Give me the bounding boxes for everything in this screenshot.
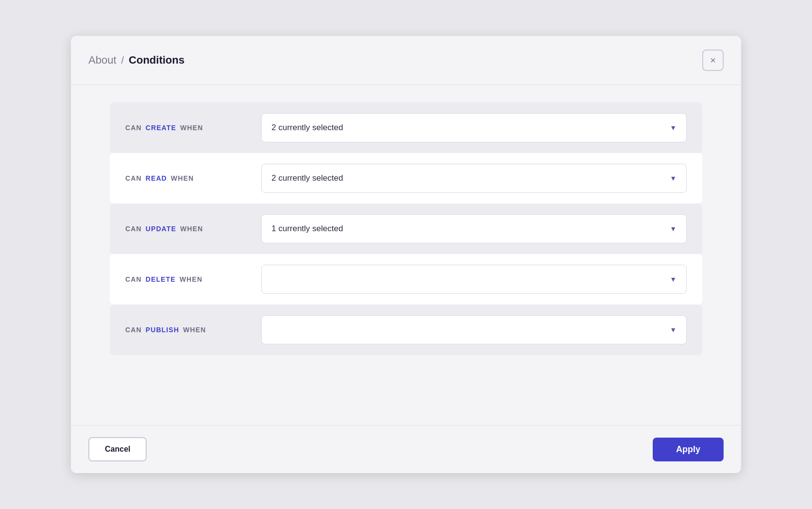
label-action-create: CREATE (146, 124, 176, 132)
condition-row-read: CAN READ WHEN 2 currently selected ▼ (110, 153, 702, 204)
condition-label-publish: CAN PUBLISH WHEN (125, 326, 242, 334)
breadcrumb-about: About (88, 54, 117, 67)
chevron-down-icon-delete: ▼ (670, 275, 677, 283)
conditions-dialog: About / Conditions × CAN CREATE WHEN 2 c… (71, 36, 741, 473)
condition-select-delete: ▼ (261, 265, 687, 294)
condition-row-create: CAN CREATE WHEN 2 currently selected ▼ (110, 102, 702, 153)
label-can-delete: CAN (125, 275, 142, 283)
condition-label-read: CAN READ WHEN (125, 174, 242, 182)
chevron-down-icon-create: ▼ (670, 124, 677, 132)
select-create-value: 2 currently selected (271, 123, 343, 133)
condition-row-publish: CAN PUBLISH WHEN ▼ (110, 305, 702, 355)
label-when-update: WHEN (180, 225, 203, 233)
chevron-down-icon-publish: ▼ (670, 326, 677, 334)
label-can-read: CAN (125, 174, 142, 182)
select-update[interactable]: 1 currently selected ▼ (261, 214, 687, 243)
select-update-value: 1 currently selected (271, 224, 343, 234)
dialog-footer: Cancel Apply (71, 425, 741, 473)
breadcrumb-conditions: Conditions (129, 54, 185, 67)
select-read[interactable]: 2 currently selected ▼ (261, 164, 687, 193)
chevron-down-icon-update: ▼ (670, 225, 677, 233)
label-can-create: CAN (125, 124, 142, 132)
close-icon: × (710, 55, 716, 66)
condition-label-update: CAN UPDATE WHEN (125, 225, 242, 233)
cancel-button[interactable]: Cancel (88, 437, 147, 461)
condition-label-create: CAN CREATE WHEN (125, 124, 242, 132)
label-when-publish: WHEN (183, 326, 206, 334)
condition-select-read: 2 currently selected ▼ (261, 164, 687, 193)
breadcrumb-separator: / (121, 55, 124, 66)
dialog-header: About / Conditions × (71, 36, 741, 85)
label-action-read: READ (146, 174, 167, 182)
label-action-update: UPDATE (146, 225, 176, 233)
apply-button[interactable]: Apply (653, 438, 724, 461)
label-when-read: WHEN (171, 174, 194, 182)
chevron-down-icon-read: ▼ (670, 174, 677, 182)
label-action-delete: DELETE (146, 275, 176, 283)
condition-select-update: 1 currently selected ▼ (261, 214, 687, 243)
select-delete[interactable]: ▼ (261, 265, 687, 294)
close-button[interactable]: × (702, 50, 724, 71)
select-create[interactable]: 2 currently selected ▼ (261, 113, 687, 142)
condition-select-create: 2 currently selected ▼ (261, 113, 687, 142)
dialog-body: CAN CREATE WHEN 2 currently selected ▼ C… (71, 85, 741, 425)
label-when-delete: WHEN (180, 275, 203, 283)
condition-select-publish: ▼ (261, 315, 687, 344)
label-can-publish: CAN (125, 326, 142, 334)
label-when-create: WHEN (180, 124, 203, 132)
select-read-value: 2 currently selected (271, 173, 343, 183)
label-action-publish: PUBLISH (146, 326, 179, 334)
select-publish[interactable]: ▼ (261, 315, 687, 344)
breadcrumb: About / Conditions (88, 54, 185, 67)
condition-row-delete: CAN DELETE WHEN ▼ (110, 254, 702, 305)
condition-row-update: CAN UPDATE WHEN 1 currently selected ▼ (110, 204, 702, 254)
condition-label-delete: CAN DELETE WHEN (125, 275, 242, 283)
label-can-update: CAN (125, 225, 142, 233)
